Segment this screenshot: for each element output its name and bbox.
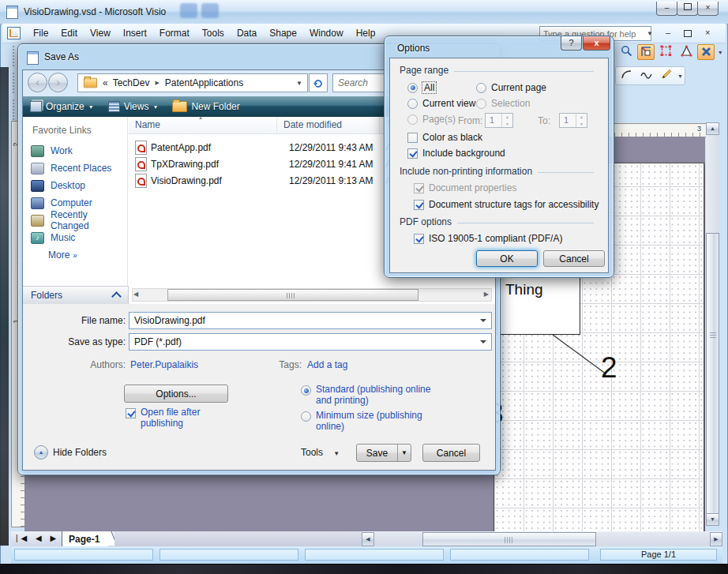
toolbar-overflow-icon[interactable]: ▼ [718,50,723,55]
page-tab[interactable]: Page-1 [62,531,107,546]
views-button[interactable]: Views ▼ [101,96,166,117]
selection-net-tool-icon[interactable] [658,44,675,60]
breadcrumb-patentapplications[interactable]: PatentApplications [165,77,243,88]
all-radio[interactable] [407,83,418,93]
save-button[interactable]: Save [357,445,397,461]
options-cancel-button[interactable]: Cancel [543,250,605,267]
list-scroll-thumb[interactable] [167,289,418,301]
color-as-black-checkbox[interactable] [407,133,418,143]
hide-folders-collapse-icon[interactable]: ▲ [34,445,48,460]
file-name-dropdown-icon[interactable] [480,319,486,325]
sidebar-item-recent-places[interactable]: Recent Places [23,159,127,177]
horizontal-scrollbar[interactable]: ◀ ▶ [362,532,722,546]
include-background-row[interactable]: Include background [407,148,505,159]
file-name-combo[interactable] [129,312,492,329]
refresh-button[interactable] [309,73,328,92]
tags-value-link[interactable]: Add a tag [307,359,347,370]
pages-radio-row[interactable]: Page(s) [407,114,456,125]
options-button[interactable]: Options... [124,385,228,403]
minimize-button[interactable]: – [656,2,677,16]
breadcrumb-separator-icon[interactable]: ▶ [155,80,159,86]
open-after-checkbox[interactable] [126,408,136,418]
from-up-icon[interactable]: ▲ [502,114,512,121]
to-up-icon[interactable]: ▲ [576,114,587,121]
selection-radio[interactable] [476,99,486,109]
list-horizontal-scrollbar[interactable]: ◀ ▶ [132,288,492,302]
column-header-name[interactable]: Name ▲ [129,117,277,133]
restore-button[interactable] [677,2,698,16]
save-dropdown-icon[interactable]: ▼ [397,445,411,461]
menu-edit[interactable]: Edit [54,25,84,41]
scroll-right-icon[interactable]: ▶ [710,532,722,546]
doc-minimize-icon[interactable]: – [666,28,670,37]
folders-expander[interactable]: Folders [23,286,129,304]
include-background-checkbox[interactable] [407,148,418,159]
pencil-tool-icon[interactable] [658,68,675,84]
dialog-help-button[interactable]: ? [561,36,582,51]
menu-insert[interactable]: Insert [117,25,153,41]
scroll-left-icon[interactable]: ◀ [362,532,374,546]
iso-compliant-checkbox[interactable] [414,234,424,244]
breadcrumb-techdev[interactable]: TechDev [113,77,150,88]
arc-tool-icon[interactable] [617,68,635,84]
callout-number-2[interactable]: 2 [601,351,617,385]
organize-button[interactable]: Organize ▼ [23,96,101,117]
sidebar-item-desktop[interactable]: Desktop [23,177,127,194]
ink-overflow-icon[interactable]: ▼ [677,73,683,79]
scroll-down-icon[interactable]: ▼ [706,513,719,526]
column-header-date-modified[interactable]: Date modified [277,117,380,133]
menu-window[interactable]: Window [303,25,350,41]
document-structure-row[interactable]: Document structure tags for accessibilit… [414,199,599,210]
vertical-scroll-thumb[interactable] [706,233,719,514]
to-down-icon[interactable]: ▼ [576,121,587,128]
address-dropdown-icon[interactable]: ▼ [296,80,302,87]
doc-restore-icon[interactable] [684,29,692,39]
vertical-scrollbar[interactable]: ▲ ▼ [706,122,719,526]
menu-shape[interactable]: Shape [263,25,303,41]
sidebar-item-recently-changed[interactable]: Recently Changed [23,212,127,229]
new-folder-button[interactable]: New Folder [165,96,246,117]
document-properties-row[interactable]: Document properties [414,182,516,193]
horizontal-scroll-thumb[interactable] [422,532,596,546]
current-view-radio[interactable] [407,99,418,109]
freeform-tool-icon[interactable] [637,68,655,84]
delete-connection-tool-icon[interactable] [697,44,715,60]
selection-radio-row[interactable]: Selection [476,98,530,109]
hide-folders-label[interactable]: Hide Folders [53,447,107,458]
save-type-input[interactable] [129,336,477,347]
menu-data[interactable]: Data [231,25,263,41]
open-after-checkbox-row[interactable]: Open file after publishing [126,407,229,429]
standard-radio-row[interactable]: Standard (publishing online and printing… [301,384,434,406]
iso-compliant-row[interactable]: ISO 19005-1 compliant (PDF/A) [414,233,562,244]
menu-tools[interactable]: Tools [196,25,231,41]
menu-file[interactable]: File [27,25,54,41]
triangle-tool-icon[interactable] [677,44,695,60]
from-down-icon[interactable]: ▼ [502,121,512,128]
address-bar[interactable]: « TechDev ▶ PatentApplications ▼ [77,73,308,92]
minimum-size-radio[interactable] [301,411,311,422]
menu-view[interactable]: View [84,25,117,41]
back-button[interactable]: ‹ [28,73,47,92]
breadcrumb-prefix[interactable]: « [103,77,108,88]
zoom-tool-icon[interactable] [617,44,635,60]
save-type-combo[interactable] [129,333,492,351]
authors-value-link[interactable]: Peter.Pupalaikis [130,359,198,370]
color-as-black-row[interactable]: Color as black [407,132,482,143]
dialog-close-button[interactable]: x [583,36,610,51]
document-structure-checkbox[interactable] [414,200,424,210]
current-view-radio-row[interactable]: Current view [407,98,475,109]
list-scroll-right-icon[interactable]: ▶ [484,291,489,298]
help-dropdown-icon[interactable]: ▼ [647,30,653,37]
save-split-button[interactable]: Save ▼ [356,444,411,462]
thing-shape[interactable]: Thing [497,276,580,335]
standard-radio[interactable] [301,385,311,396]
sidebar-item-work[interactable]: Work [23,142,127,159]
sidebar-more-link[interactable]: More » [23,246,127,264]
scroll-up-icon[interactable]: ▲ [706,122,719,135]
from-value[interactable]: 1 [486,114,501,127]
save-type-dropdown-icon[interactable] [480,340,486,347]
ok-button[interactable]: OK [476,250,538,267]
from-spinner[interactable]: 1 ▲▼ [485,113,513,128]
list-scroll-left-icon[interactable]: ◀ [133,291,138,298]
to-spinner[interactable]: 1 ▲▼ [559,113,587,128]
